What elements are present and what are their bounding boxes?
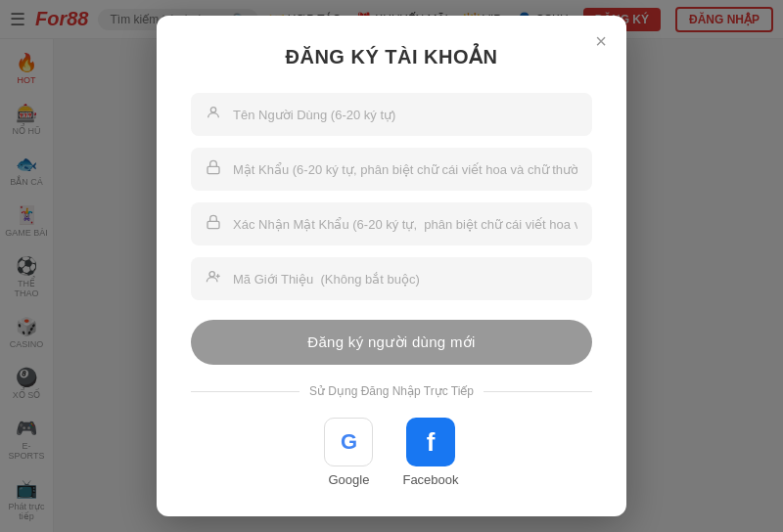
divider: Sử Dụng Đăng Nhập Trực Tiếp [191,384,592,398]
background-page: ☰ For88 🔍 🤝 HỢP TÁC 🎁 KHUYẾN MÃI 👑 VIP 👤… [0,0,783,532]
divider-text: Sử Dụng Đăng Nhập Trực Tiếp [309,384,474,398]
lock-icon [206,159,221,179]
referral-field-wrapper [191,257,592,300]
confirm-password-input[interactable] [233,217,577,232]
modal-title: ĐĂNG KÝ TÀI KHOẢN [191,45,592,68]
username-input[interactable] [233,108,577,122]
divider-line-left [191,391,299,392]
submit-register-button[interactable]: Đăng ký người dùng mới [191,320,592,365]
social-login-section: G Google f Facebook [191,418,592,487]
modal-overlay: × ĐĂNG KÝ TÀI KHOẢN [0,0,783,532]
svg-point-3 [209,272,214,277]
user-plus-icon [206,269,221,288]
facebook-label: Facebook [402,472,458,487]
facebook-login-button[interactable]: f Facebook [402,418,458,487]
username-field-wrapper [191,93,592,136]
google-icon: G [324,418,373,466]
google-login-button[interactable]: G Google [324,418,373,487]
confirm-password-field-wrapper [191,202,592,245]
facebook-icon: f [406,418,455,466]
modal-close-button[interactable]: × [595,30,607,53]
divider-line-right [484,391,592,392]
user-icon [206,105,221,124]
register-modal: × ĐĂNG KÝ TÀI KHOẢN [157,16,626,516]
svg-rect-2 [207,221,219,228]
password-input[interactable] [233,162,577,177]
svg-point-0 [210,108,215,112]
referral-input[interactable] [233,272,577,287]
password-field-wrapper [191,148,592,191]
svg-rect-1 [207,166,219,173]
google-label: Google [328,472,369,487]
lock-confirm-icon [206,214,221,234]
